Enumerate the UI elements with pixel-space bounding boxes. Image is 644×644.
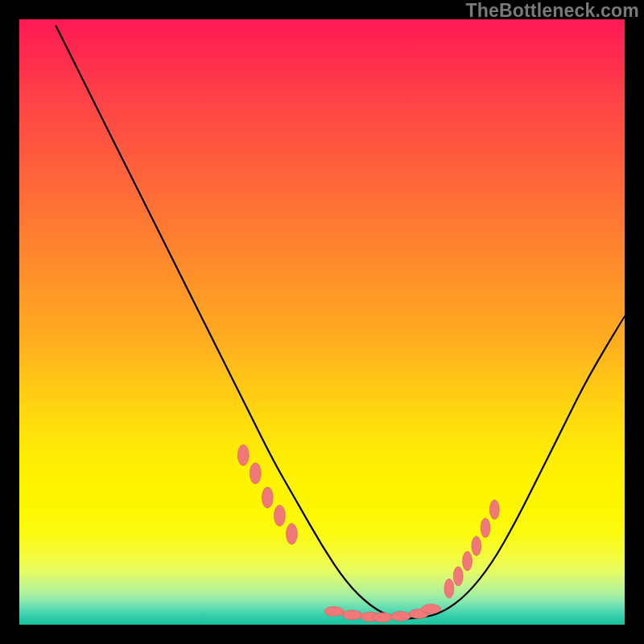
markers-left-arm — [237, 444, 297, 544]
marker-dot — [373, 613, 392, 622]
watermark-text: TheBottleneck.com — [465, 0, 639, 22]
marker-dot — [444, 579, 454, 598]
bottleneck-curve — [56, 26, 625, 619]
chart-svg — [19, 19, 625, 625]
marker-dot — [421, 604, 440, 613]
marker-dot — [324, 607, 344, 617]
marker-dot — [463, 551, 473, 571]
plot-area — [19, 19, 625, 625]
marker-dot — [391, 612, 411, 621]
marker-dot — [250, 463, 261, 484]
marker-dot — [489, 500, 499, 519]
markers-right-arm — [444, 500, 499, 598]
marker-dot — [472, 536, 481, 555]
marker-dot — [286, 523, 297, 544]
chart-frame: TheBottleneck.com — [0, 0, 644, 644]
marker-dot — [481, 518, 490, 538]
marker-dot — [274, 506, 285, 526]
marker-dot — [343, 610, 362, 620]
marker-dot — [237, 444, 249, 465]
marker-dot — [453, 567, 463, 586]
markers-valley — [324, 604, 440, 622]
marker-dot — [262, 487, 273, 508]
